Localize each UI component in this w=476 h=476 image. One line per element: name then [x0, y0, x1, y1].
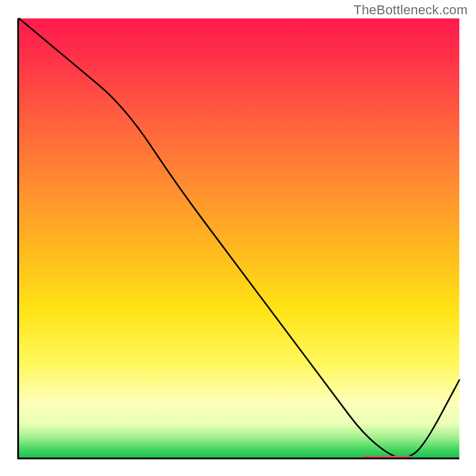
- chart-page: TheBottleneck.com: [0, 0, 476, 476]
- axes-frame: [17, 18, 459, 459]
- watermark-text: TheBottleneck.com: [353, 2, 468, 18]
